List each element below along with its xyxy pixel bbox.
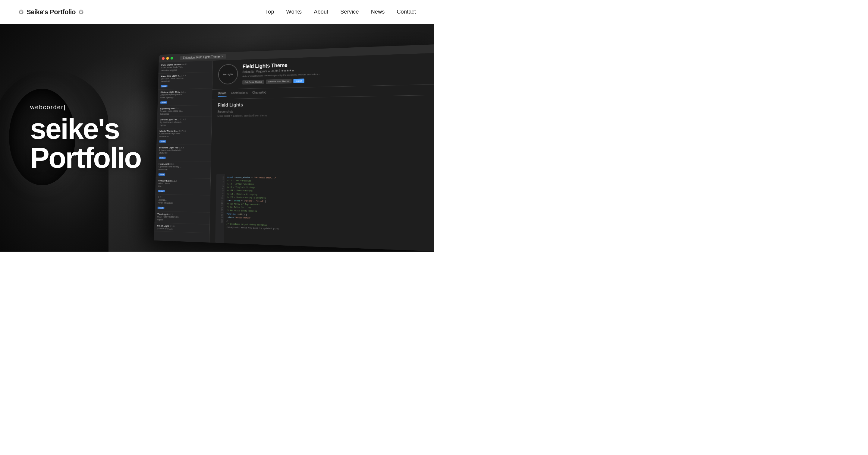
sidebar-item-snazzy: Snazzy Light 1.1.7 video... theme...blu.…	[155, 178, 210, 196]
sidebar-item-tiny: Tiny Light 0.7.2 BEST FOR YOUR EYES!luqi…	[154, 211, 210, 225]
code-gutter: 1 2 3 4 5 6 7 8 9 10 11 12 13	[215, 174, 225, 243]
extension-logo-text: field lights	[223, 73, 233, 76]
line-num-7: 7	[217, 190, 224, 192]
hero-section: Extension: Field Lights Theme ✕ Field Li…	[0, 24, 434, 252]
line-num-1: 1	[218, 176, 224, 178]
sidebar-install-btn-8[interactable]: install	[158, 173, 165, 176]
window-dot-close	[162, 57, 164, 60]
main-nav: Top Works About Service News Contact	[265, 9, 416, 15]
sidebar-item-hop: Hop Light 0.0.4 Light theme with friendl…	[156, 161, 211, 178]
nav-contact[interactable]: Contact	[397, 9, 416, 15]
tab-details[interactable]: Details	[218, 92, 227, 97]
sidebar-item-brackets: Brackets Light Pro 0.4.4 A theme basic B…	[156, 145, 211, 162]
sidebar-item-lightning: Lightning Web C... Provides code-editing…	[157, 105, 212, 117]
line-num-5: 5	[217, 185, 224, 187]
tab-changelog[interactable]: Changelog	[252, 91, 267, 96]
extension-main-view: field lights Field Lights Theme Sebastiá…	[210, 53, 434, 251]
tab-label: Extension: Field Lights Theme	[183, 55, 220, 59]
sidebar-item-github: Github Light The... 7.1.4.2 Try this the…	[157, 116, 212, 128]
line-num-17: 17	[217, 214, 223, 216]
sidebar-item-atom: Atom One Light T... 2.1.4 One Light Them…	[158, 72, 213, 90]
line-num-16: 16	[217, 211, 223, 213]
line-num-14: 14	[217, 206, 223, 208]
tab-close-icon: ✕	[221, 55, 224, 58]
logo-text: Seike's Portfolio	[27, 8, 76, 16]
line-num-11: 11	[217, 199, 223, 202]
extension-info: Field Lights Theme Sebastián Veggiani ★ …	[242, 57, 433, 84]
sidebar-item-sub-3: A fancy but yet sophistica...Umut Tapuno…	[160, 93, 209, 99]
sidebar-item-sub-8: Light theme with friendly ...bubersson	[158, 165, 208, 171]
line-num-6: 6	[217, 188, 224, 190]
sidebar-item-title-7: Brackets Light Pro 0.4.4	[159, 146, 208, 149]
sidebar-item-sub-11: BEST FOR YOUR EYES!luqimin	[157, 216, 207, 223]
extensions-sidebar: Field Lights Theme 0.0.11 A dark Visual …	[154, 61, 213, 243]
gear-left-icon: ⚙	[18, 8, 24, 16]
hero-small-label: webcorder|	[30, 104, 141, 111]
install-button[interactable]: Install	[293, 79, 304, 84]
sidebar-install-btn-10[interactable]: install	[158, 207, 164, 209]
line-num-3: 3	[217, 180, 224, 182]
sidebar-install-btn-3[interactable]: install	[160, 102, 167, 104]
sidebar-item-fresh: Fresh Light 1.1.0 p master ⚙ ⊘ △ ⓘ	[154, 223, 210, 233]
sidebar-item-sub-7: A theme basic Brackets Li...EryouHao	[159, 149, 208, 154]
set-color-theme-button[interactable]: Set Color Theme	[242, 80, 264, 84]
hero-small-label-text: webcorder|	[30, 104, 66, 110]
sidebar-item-sub-6: Collection of 9 light them...selfrefacto…	[159, 132, 209, 138]
line-num-9: 9	[217, 195, 224, 197]
sidebar-install-btn-6[interactable]: install	[159, 140, 166, 143]
code-content: const source_window = "UNTITLED-WORK..."…	[224, 174, 434, 251]
line-num-8: 8	[217, 192, 224, 194]
sidebar-install-btn-9[interactable]: install	[158, 190, 165, 192]
line-num-15: 15	[217, 209, 223, 211]
nav-service[interactable]: Service	[340, 9, 359, 15]
nav-about[interactable]: About	[314, 9, 328, 15]
sidebar-item-sub-5: Try this theme if others d...Hyreka	[160, 121, 209, 127]
hero-title-line1: seike's	[30, 113, 119, 145]
gear-right-icon: ⚙	[78, 8, 84, 16]
sidebar-item-sub-1: A dark Visual Studio The...Sebastián Veg…	[161, 65, 210, 72]
sidebar-item-niketa: Niketa Theme Li... 8.17.11 Collection of…	[156, 128, 211, 145]
sidebar-item-sub-10: ...scored...Adrian Wilczynski	[158, 199, 207, 205]
logo[interactable]: ⚙ Seike's Portfolio ⚙	[18, 8, 84, 16]
sidebar-install-btn-7[interactable]: install	[159, 157, 166, 159]
line-num-10: 10	[217, 197, 223, 199]
sidebar-item-sub-9: video... theme...blu...	[158, 182, 208, 189]
hero-text-overlay: webcorder| seike's Portfolio	[30, 104, 141, 172]
sidebar-item-bluinca: Bluinca Light The... 3.2.1 A fancy but y…	[158, 88, 212, 106]
line-num-20: 20	[217, 221, 223, 223]
window-dot-minimize	[166, 57, 169, 60]
sidebar-install-btn-2[interactable]: install	[161, 85, 167, 87]
site-header: ⚙ Seike's Portfolio ⚙ Top Works About Se…	[0, 0, 434, 24]
screen-tab: Extension: Field Lights Theme ✕	[180, 54, 227, 60]
extension-body: Field Lights Screenshots Main editor + E…	[211, 95, 434, 176]
sidebar-item-sub-4: Provides code-editing fea...Salesforce	[160, 109, 209, 116]
laptop-mockup: Extension: Field Lights Theme ✕ Field Li…	[154, 45, 434, 252]
hero-title: seike's Portfolio	[30, 114, 141, 172]
line-num-19: 19	[217, 219, 223, 221]
nav-news[interactable]: News	[371, 9, 385, 15]
extension-logo-circle: field lights	[218, 64, 238, 85]
code-preview-area: 1 2 3 4 5 6 7 8 9 10 11 12 13	[215, 174, 434, 251]
set-file-icon-button[interactable]: Set File Icon Theme	[266, 79, 291, 84]
sidebar-item-field-lights: Field Lights Theme 0.0.11 A dark Visual …	[158, 61, 213, 74]
line-num-18: 18	[217, 216, 223, 219]
screen-content: Field Lights Theme 0.0.11 A dark Visual …	[154, 53, 434, 251]
line-num-13: 13	[217, 204, 223, 206]
sidebar-item-scored: 1.2.1 ...scored...Adrian Wilczynski inst…	[155, 194, 210, 212]
line-num-4: 4	[217, 183, 224, 185]
laptop-screen: Extension: Field Lights Theme ✕ Field Li…	[154, 45, 434, 252]
window-dot-maximize	[170, 57, 173, 60]
tab-contributions[interactable]: Contributions	[231, 91, 248, 96]
hero-title-line2: Portfolio	[30, 142, 141, 174]
line-num-2: 2	[217, 178, 224, 180]
line-num-12: 12	[217, 202, 223, 204]
nav-works[interactable]: Works	[286, 9, 302, 15]
sidebar-item-sub-2: One Light Theme based o...kainrad Alt	[161, 76, 210, 83]
nav-top[interactable]: Top	[265, 9, 274, 15]
extension-body-title: Field Lights	[218, 99, 434, 108]
